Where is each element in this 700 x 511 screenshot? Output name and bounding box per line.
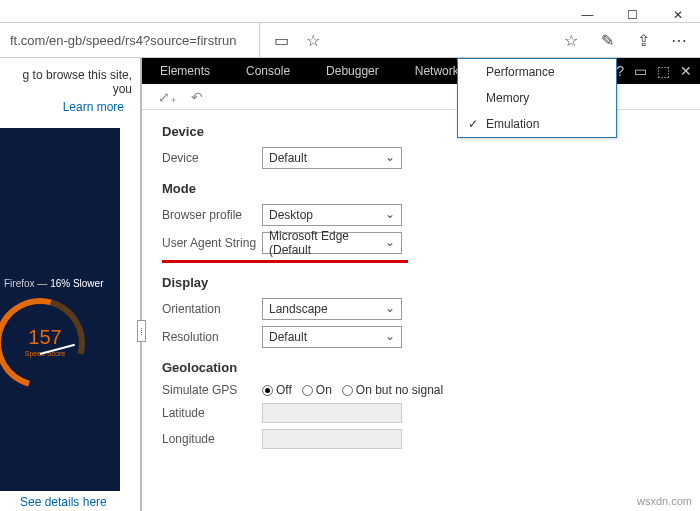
menu-emulation[interactable]: Emulation bbox=[458, 111, 616, 137]
user-agent-select[interactable]: Microsoft Edge (Default bbox=[262, 232, 402, 254]
more-icon[interactable]: ⋯ bbox=[670, 31, 688, 49]
menu-memory[interactable]: Memory bbox=[458, 85, 616, 111]
ink-icon[interactable]: ✎ bbox=[598, 31, 616, 49]
gps-on-no-signal-radio[interactable]: On but no signal bbox=[342, 383, 443, 397]
page-content-pane: g to browse this site, you Learn more Fi… bbox=[0, 58, 140, 511]
comparison-text: Firefox — 16% Slower bbox=[4, 278, 103, 289]
gps-onnosig-label: On but no signal bbox=[356, 383, 443, 397]
menu-performance[interactable]: Performance bbox=[458, 59, 616, 85]
gauge-score: 157 bbox=[0, 326, 100, 349]
emulation-panel: Device Device Default Mode Browser profi… bbox=[142, 110, 700, 511]
longitude-label: Longitude bbox=[162, 432, 262, 446]
watermark: wsxdn.com bbox=[637, 495, 692, 507]
orientation-select[interactable]: Landscape bbox=[262, 298, 402, 320]
section-geolocation: Geolocation bbox=[162, 360, 680, 375]
tab-debugger[interactable]: Debugger bbox=[308, 58, 397, 84]
speed-gauge: 157 Speed Score bbox=[0, 298, 100, 408]
tab-elements[interactable]: Elements bbox=[142, 58, 228, 84]
close-devtools-icon[interactable]: ✕ bbox=[680, 63, 692, 79]
address-bar[interactable]: ft.com/en-gb/speed/rs4?source=firstrun bbox=[0, 23, 260, 57]
section-display: Display bbox=[162, 275, 680, 290]
gps-off-radio[interactable]: Off bbox=[262, 383, 292, 397]
orientation-label: Orientation bbox=[162, 302, 262, 316]
overflow-menu: Performance Memory Emulation bbox=[457, 58, 617, 138]
latitude-label: Latitude bbox=[162, 406, 262, 420]
simulate-gps-label: Simulate GPS bbox=[162, 383, 262, 397]
gps-on-radio[interactable]: On bbox=[302, 383, 332, 397]
learn-more-link[interactable]: Learn more bbox=[0, 100, 140, 114]
share-icon[interactable]: ⇪ bbox=[634, 31, 652, 49]
tab-console[interactable]: Console bbox=[228, 58, 308, 84]
user-agent-label: User Agent String bbox=[162, 236, 262, 250]
reset-icon[interactable]: ↶ bbox=[191, 89, 203, 105]
browser-profile-select[interactable]: Desktop bbox=[262, 204, 402, 226]
gps-on-label: On bbox=[316, 383, 332, 397]
reading-view-icon[interactable]: ▭ bbox=[272, 31, 290, 49]
resolution-label: Resolution bbox=[162, 330, 262, 344]
longitude-input[interactable] bbox=[262, 429, 402, 449]
comparison-pct: 16% Slower bbox=[50, 278, 103, 289]
device-select[interactable]: Default bbox=[262, 147, 402, 169]
device-label: Device bbox=[162, 151, 262, 165]
maximize-devtools-icon[interactable]: ⬚ bbox=[657, 63, 670, 79]
section-mode: Mode bbox=[162, 181, 680, 196]
zoom-reset-icon[interactable]: ⤢₊ bbox=[158, 89, 177, 105]
help-icon[interactable]: ? bbox=[616, 63, 624, 79]
undock-icon[interactable]: ▭ bbox=[634, 63, 647, 79]
favorite-star-icon[interactable]: ☆ bbox=[304, 31, 322, 49]
see-details-link[interactable]: See details here bbox=[20, 495, 107, 509]
cookie-message: g to browse this site, you bbox=[0, 58, 140, 100]
browser-profile-label: Browser profile bbox=[162, 208, 262, 222]
gps-off-label: Off bbox=[276, 383, 292, 397]
browser-toolbar: ft.com/en-gb/speed/rs4?source=firstrun ▭… bbox=[0, 22, 700, 58]
resolution-select[interactable]: Default bbox=[262, 326, 402, 348]
latitude-input[interactable] bbox=[262, 403, 402, 423]
speed-hero: Firefox — 16% Slower 157 Speed Score bbox=[0, 128, 120, 491]
devtools-pane: Elements Console Debugger Network ▽ ▯> ☻… bbox=[140, 58, 700, 511]
comparison-prefix: Firefox — bbox=[4, 278, 50, 289]
favorites-icon[interactable]: ☆ bbox=[562, 31, 580, 49]
highlight-underline bbox=[162, 260, 408, 263]
